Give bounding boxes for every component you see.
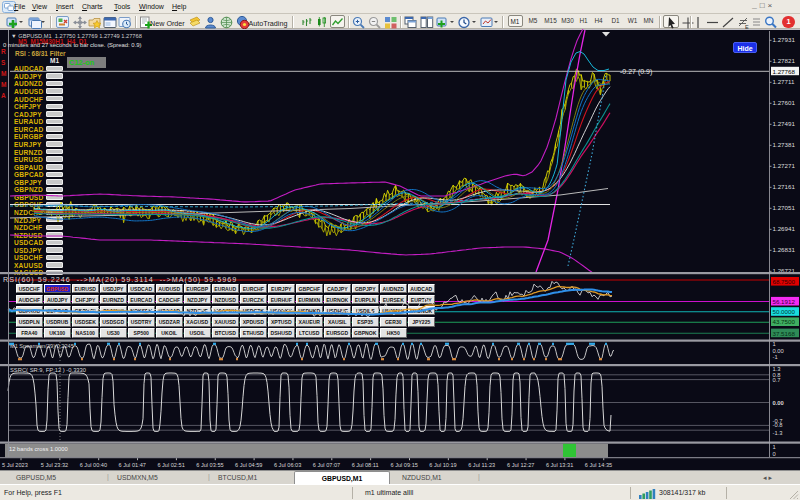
svg-text:-1.3: -1.3 (773, 430, 783, 436)
svg-text:6 Jul 13:31: 6 Jul 13:31 (546, 462, 573, 468)
svg-text:1.27711: 1.27711 (773, 78, 795, 85)
svg-text:0.00: 0.00 (773, 348, 784, 354)
svg-text:1.27821: 1.27821 (773, 57, 796, 64)
svg-text:0.00: 0.00 (773, 400, 784, 406)
svg-text:1.27051: 1.27051 (773, 204, 796, 211)
svg-text:1.27931: 1.27931 (773, 36, 796, 43)
svg-text:6 Jul 01:47: 6 Jul 01:47 (119, 462, 146, 468)
svg-text:6 Jul 11:23: 6 Jul 11:23 (468, 462, 495, 468)
svg-text:6 Jul 06:03: 6 Jul 06:03 (274, 462, 301, 468)
svg-text:1.27161: 1.27161 (773, 183, 796, 190)
svg-text:50.0000: 50.0000 (773, 308, 796, 315)
svg-text:1.27271: 1.27271 (773, 162, 796, 169)
svg-text:R: R (1, 48, 6, 55)
svg-text:S: S (1, 59, 6, 66)
svg-text:-0.8: -0.8 (773, 422, 783, 428)
svg-text:A: A (1, 92, 6, 99)
svg-text:M: M (1, 70, 6, 77)
svg-text:37.5168: 37.5168 (773, 330, 796, 337)
svg-text:12 bands cross 1.0000: 12 bands cross 1.0000 (9, 446, 68, 452)
svg-text:43.7500: 43.7500 (773, 318, 796, 325)
svg-text:1.26941: 1.26941 (773, 225, 796, 232)
svg-text:-0.27 (0.9): -0.27 (0.9) (620, 68, 652, 76)
svg-text:M1 Spearman(29) 0.2245: M1 Spearman(29) 0.2245 (10, 343, 74, 349)
svg-text:5 Jul 2023: 5 Jul 2023 (2, 462, 28, 468)
svg-text:0: 0 (773, 451, 776, 457)
svg-text:6 Jul 09:15: 6 Jul 09:15 (391, 462, 418, 468)
svg-text:6 Jul 04:59: 6 Jul 04:59 (235, 462, 262, 468)
svg-text:1: 1 (773, 341, 776, 347)
svg-text:1.3: 1.3 (773, 366, 781, 372)
svg-text:6 Jul 02:51: 6 Jul 02:51 (157, 462, 184, 468)
svg-text:6 Jul 07:07: 6 Jul 07:07 (313, 462, 340, 468)
svg-text:SSRC( SR:9, FP:12 ) -0.3330: SSRC( SR:9, FP:12 ) -0.3330 (10, 367, 86, 373)
svg-text:6 Jul 10:19: 6 Jul 10:19 (429, 462, 456, 468)
svg-text:6 Jul 00:40: 6 Jul 00:40 (80, 462, 107, 468)
svg-text:E: E (745, 24, 749, 30)
svg-text:6 Jul 12:27: 6 Jul 12:27 (507, 462, 534, 468)
svg-text:1.27601: 1.27601 (773, 99, 796, 106)
svg-text:1.26831: 1.26831 (773, 246, 796, 253)
svg-text:68.7500: 68.7500 (773, 278, 796, 285)
svg-text:6 Jul 08:11: 6 Jul 08:11 (352, 462, 379, 468)
svg-text:6 Jul 03:55: 6 Jul 03:55 (196, 462, 223, 468)
svg-text:M: M (1, 81, 6, 88)
svg-text:-1: -1 (773, 354, 778, 360)
svg-text:1: 1 (773, 444, 776, 450)
svg-text:56.1912: 56.1912 (773, 298, 796, 305)
svg-text:1.27768: 1.27768 (773, 68, 796, 75)
svg-text:6 Jul 14:35: 6 Jul 14:35 (585, 462, 612, 468)
svg-text:5 Jul 23:32: 5 Jul 23:32 (41, 462, 68, 468)
svg-text:1.27381: 1.27381 (773, 141, 796, 148)
svg-text:1.27491: 1.27491 (773, 120, 796, 127)
svg-text:0.7: 0.7 (773, 377, 781, 383)
